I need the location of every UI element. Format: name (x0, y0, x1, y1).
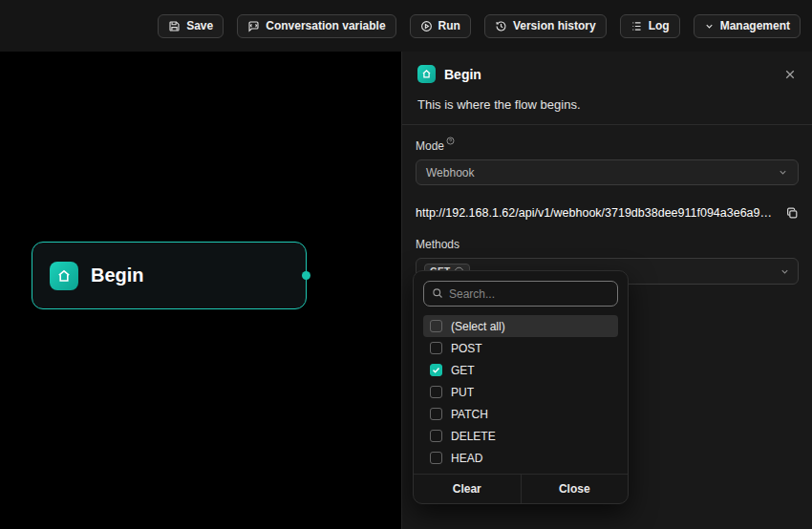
run-button-label: Run (438, 19, 460, 32)
checkbox[interactable] (430, 386, 442, 398)
option-label: GET (451, 364, 475, 377)
methods-dropdown: (Select all) POST GET PUT PATCH (413, 270, 629, 504)
checkbox[interactable] (430, 430, 442, 442)
checkbox[interactable] (430, 342, 442, 354)
save-button[interactable]: Save (158, 14, 224, 38)
chat-icon (247, 20, 260, 32)
checkbox[interactable] (430, 452, 442, 464)
log-icon (630, 20, 643, 32)
management-button[interactable]: Management (694, 14, 801, 38)
chevron-down-icon (780, 266, 790, 277)
close-icon[interactable] (783, 68, 797, 81)
conversation-variable-button-label: Conversation variable (266, 19, 385, 32)
chevron-down-icon (778, 167, 788, 178)
panel-header: Begin (402, 52, 812, 83)
dropdown-footer: Clear Close (414, 474, 628, 503)
run-button[interactable]: Run (410, 14, 471, 38)
option-put[interactable]: PUT (423, 381, 618, 403)
search-box (423, 281, 618, 307)
home-icon (417, 65, 436, 83)
panel-description: This is where the flow begins. (402, 83, 812, 124)
log-button[interactable]: Log (620, 14, 680, 38)
mode-select[interactable]: Webhook (416, 159, 799, 185)
begin-node[interactable]: Begin (32, 242, 307, 309)
option-label: (Select all) (451, 320, 505, 333)
version-history-button-label: Version history (513, 19, 596, 32)
option-label: DELETE (451, 430, 496, 443)
option-head[interactable]: HEAD (423, 447, 618, 469)
save-button-label: Save (186, 19, 213, 32)
history-icon (495, 20, 507, 32)
app-window: Save Conversation variable Run (0, 0, 812, 529)
webhook-url: http://192.168.1.62/api/v1/webhook/3719d… (416, 206, 776, 220)
management-button-label: Management (720, 19, 790, 32)
option-label: POST (451, 342, 482, 355)
begin-node-output-port[interactable] (302, 271, 310, 280)
play-icon (420, 20, 433, 32)
toolbar: Save Conversation variable Run (0, 0, 812, 52)
begin-node-label: Begin (91, 264, 144, 286)
close-button[interactable]: Close (522, 475, 629, 503)
checkbox[interactable] (430, 320, 442, 332)
home-icon (50, 262, 78, 290)
log-button-label: Log (649, 19, 670, 32)
option-label: PATCH (451, 408, 488, 421)
option-delete[interactable]: DELETE (423, 425, 618, 447)
checkbox[interactable] (430, 408, 442, 420)
chevron-down-icon (704, 21, 715, 32)
option-label: PUT (451, 386, 474, 399)
panel-title: Begin (444, 67, 481, 82)
option-select-all[interactable]: (Select all) (423, 315, 618, 337)
checkbox-checked[interactable] (430, 364, 442, 376)
option-label: HEAD (451, 452, 482, 465)
copy-icon[interactable] (785, 206, 799, 220)
search-icon (432, 286, 443, 303)
mode-label: Mode (416, 139, 799, 153)
methods-label: Methods (416, 238, 799, 251)
mode-select-value: Webhook (426, 166, 474, 180)
option-get[interactable]: GET (423, 359, 618, 381)
option-patch[interactable]: PATCH (423, 403, 618, 425)
option-post[interactable]: POST (423, 337, 618, 359)
version-history-button[interactable]: Version history (484, 14, 607, 38)
save-icon (168, 20, 181, 32)
search-input[interactable] (449, 287, 609, 301)
method-options-list: (Select all) POST GET PUT PATCH (423, 315, 618, 470)
conversation-variable-button[interactable]: Conversation variable (237, 14, 395, 38)
clear-button[interactable]: Clear (414, 475, 521, 503)
webhook-url-row: http://192.168.1.62/api/v1/webhook/3719d… (416, 206, 799, 220)
info-icon (446, 137, 455, 145)
